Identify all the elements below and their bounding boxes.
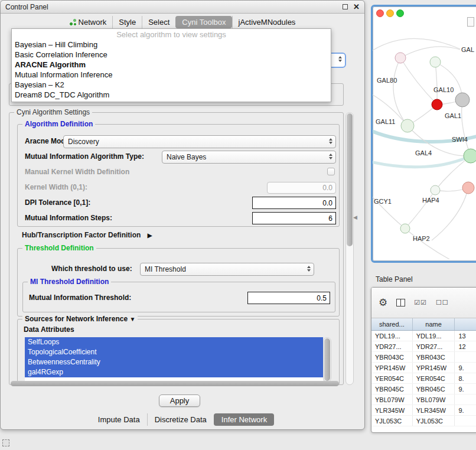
table-row[interactable]: YLR345WYLR345W9. — [371, 405, 476, 416]
chevron-down-icon[interactable]: ▼ — [129, 316, 135, 322]
tab-network[interactable]: Network — [64, 16, 113, 28]
table-cell: YER054C — [371, 373, 413, 383]
mi-steps-label: Mutual Information Steps: — [25, 214, 112, 222]
tab-label: jActiveMNodules — [239, 18, 296, 27]
attribute-list-item[interactable]: BetweennessCentrality — [25, 357, 323, 367]
table-row[interactable]: YDL19...YDL19...13 — [371, 331, 476, 341]
network-node[interactable] — [462, 182, 474, 194]
mi-type-combo[interactable]: Naive Bayes — [162, 151, 336, 164]
table-cell: 9. — [455, 405, 476, 415]
network-node[interactable] — [400, 224, 410, 233]
column-header-shared[interactable]: shared... — [371, 318, 413, 330]
gear-icon[interactable]: ⚙ — [379, 298, 387, 308]
close-window-icon[interactable]: ✕ — [353, 3, 360, 11]
table-row[interactable]: YPR145WYPR145W9. — [371, 363, 476, 373]
table-row[interactable]: YDR27...YDR27...12 — [371, 341, 476, 352]
columns-icon[interactable] — [396, 299, 405, 306]
manual-kernel-label: Manual Kernel Width Definition — [25, 168, 129, 176]
table-cell: YLR345W — [371, 405, 413, 415]
mi-steps-field[interactable] — [252, 212, 336, 224]
sources-group: Sources for Network Inference ▼ Data Att… — [17, 319, 340, 385]
hub-section-label: Hub/Transcription Factor Definition — [22, 231, 141, 239]
table-row[interactable]: YER054CYER054C8. — [371, 373, 476, 384]
tab-infer-network[interactable]: Infer Network — [214, 413, 274, 426]
window-title: Control Panel — [5, 3, 48, 11]
scrollbar-thumb[interactable] — [324, 338, 330, 381]
chevron-right-icon[interactable]: ▶ — [148, 232, 152, 239]
algorithm-popup-list: Bayesian – Hill ClimbingBasic Correlatio… — [12, 40, 331, 100]
dpi-tolerance-field[interactable] — [252, 197, 336, 209]
table-row[interactable]: YBL079WYBL079W — [371, 394, 476, 405]
network-node[interactable] — [455, 93, 470, 107]
algorithm-popup-item[interactable]: Bayesian – K2 — [12, 80, 331, 90]
panel-splitter-arrow-icon[interactable]: ◀ — [353, 214, 357, 220]
column-header-extra[interactable] — [455, 318, 476, 330]
hub-section-toggle[interactable]: Hub/Transcription Factor Definition ▶ — [22, 231, 152, 239]
table-cell: YJL053C — [371, 416, 413, 426]
control-panel-titlebar[interactable]: Control Panel ✕ — [1, 1, 364, 14]
combo-stepper-icon — [329, 154, 332, 159]
network-node-label: GAL — [461, 46, 474, 53]
algorithm-popup-item[interactable]: Bayesian – Hill Climbing — [12, 40, 331, 50]
combo-stepper-icon — [307, 266, 311, 272]
float-window-icon[interactable] — [343, 4, 348, 9]
attributes-list-scrollbar[interactable] — [323, 337, 331, 382]
kernel-width-field — [267, 182, 336, 194]
algorithm-popup-item[interactable]: Dream8 DC_TDC Algorithm — [12, 90, 331, 100]
attribute-list-item[interactable]: SelfLoops — [25, 337, 323, 347]
attribute-list-item[interactable]: gal4RGexp — [25, 367, 323, 377]
settings-horizontal-scrollbar[interactable] — [11, 381, 339, 386]
network-node[interactable] — [464, 149, 476, 163]
network-node-label: GAL1 — [445, 112, 461, 119]
network-node[interactable] — [401, 119, 414, 132]
tab-jactivemnodules[interactable]: jActiveMNodules — [232, 16, 302, 28]
data-attributes-list[interactable]: SelfLoopsTopologicalCoefficientBetweenne… — [25, 337, 323, 382]
combo-stepper-icon — [329, 138, 332, 144]
table-row[interactable]: YBR045CYBR045C9. — [371, 384, 476, 394]
tab-cyni-toolbox[interactable]: Cyni Toolbox — [175, 16, 232, 28]
mi-threshold-field[interactable] — [247, 292, 330, 304]
column-header-name[interactable]: name — [413, 318, 455, 330]
algorithm-popup-item[interactable]: Mutual Information Inference — [12, 70, 331, 80]
table-cell: YBR045C — [371, 384, 413, 394]
settings-vertical-scrollbar[interactable] — [345, 112, 354, 385]
tab-impute-data[interactable]: Impute Data — [91, 413, 147, 426]
table-cell: YDR27... — [371, 341, 413, 351]
sources-group-title: Sources for Network Inference ▼ — [22, 315, 138, 323]
deselect-all-checkboxes-icon[interactable]: ☐☐ — [436, 299, 449, 306]
select-all-checkboxes-icon[interactable]: ☑☑ — [414, 299, 427, 306]
network-node[interactable] — [432, 99, 442, 110]
tab-style[interactable]: Style — [112, 16, 142, 28]
network-tab-icon — [70, 19, 76, 25]
network-node-label: SWI4 — [452, 136, 468, 143]
apply-button[interactable]: Apply — [159, 394, 200, 407]
bottom-tabs: Impute DataDiscretize DataInfer Network — [1, 413, 364, 426]
tab-label: Select — [148, 18, 169, 27]
table-row[interactable]: YJL053CYJL053C — [371, 416, 476, 426]
aracne-mode-combo[interactable]: Discovery — [63, 135, 336, 148]
network-node-label: HAP2 — [413, 235, 430, 242]
network-node[interactable] — [431, 185, 440, 195]
network-graph[interactable]: GALGAL80GAL10GAL11GAL1SWI4GAL4GCY1HAP4HA… — [373, 16, 476, 259]
table-header-row: shared... name — [371, 318, 476, 331]
mi-type-label: Mutual Information Algorithm Type: — [25, 152, 144, 161]
scrollbar-thumb[interactable] — [347, 113, 353, 246]
table-panel-window: ⚙ ☑☑ ☐☐ shared... name YDL19...YDL19...1… — [371, 287, 476, 433]
network-node[interactable] — [430, 57, 441, 67]
table-cell: YBR043C — [413, 352, 455, 362]
tab-discretize-data[interactable]: Discretize Data — [147, 413, 214, 426]
table-row[interactable]: YBR043CYBR043C — [371, 352, 476, 363]
network-view-window[interactable]: GALGAL80GAL10GAL11GAL1SWI4GAL4GCY1HAP4HA… — [371, 5, 476, 263]
algorithm-popup-item[interactable]: Basic Correlation Inference — [12, 50, 331, 60]
table-cell — [455, 394, 476, 405]
network-node[interactable] — [395, 53, 406, 63]
table-cell: YBR045C — [413, 384, 455, 394]
desktop-mini-icon[interactable] — [2, 439, 9, 446]
mi-threshold-group: MI Threshold Definition Mutual Informati… — [22, 282, 335, 312]
table-panel-title: Table Panel — [376, 275, 413, 283]
algorithm-dropdown-popup: Select algorithm to view settings Bayesi… — [11, 28, 331, 102]
algorithm-popup-item[interactable]: ARACNE Algorithm — [12, 60, 331, 70]
attribute-list-item[interactable]: TopologicalCoefficient — [25, 347, 323, 357]
tab-select[interactable]: Select — [142, 16, 175, 28]
which-threshold-combo[interactable]: MI Threshold — [140, 263, 314, 276]
